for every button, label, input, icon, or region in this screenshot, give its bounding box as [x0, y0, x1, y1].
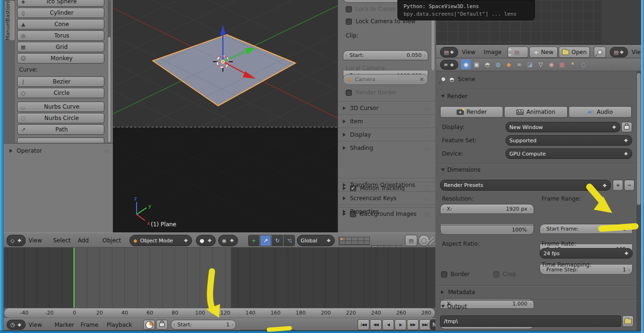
properties-tab[interactable]: ∞ — [515, 59, 524, 69]
image-menu[interactable]: Image — [484, 49, 502, 56]
manipulator-axis-button[interactable]: + — [248, 235, 259, 246]
menu-item[interactable]: Frame — [81, 322, 98, 328]
add-mesh-button[interactable]: ☺Monkey — [17, 53, 104, 64]
clip-start-field[interactable]: Start:0.050 — [343, 50, 428, 60]
start-frame-field[interactable]: Start Frame:1 — [540, 224, 633, 234]
second-editor-type-selector[interactable]: ▤ — [610, 47, 628, 57]
pivot-point-selector[interactable]: ◉ — [218, 235, 238, 246]
manipulator-translate-button[interactable]: ↗ — [260, 235, 271, 246]
image-datablock-selector[interactable]: ▤ — [507, 46, 528, 58]
playback-button[interactable]: ▶▶ — [407, 319, 419, 330]
render-presets-dropdown[interactable]: Render Presets — [440, 180, 611, 191]
image-view-menu[interactable]: View — [462, 49, 475, 56]
lock-frame-button[interactable] — [156, 320, 168, 330]
shelf-scrollbar-thumb[interactable] — [108, 37, 110, 142]
display-lock-button[interactable] — [621, 122, 632, 132]
camera-selector[interactable]: ▣ Camera ✕ — [343, 74, 428, 85]
timeline-start-field[interactable]: Start:1 — [171, 320, 236, 330]
fps-dropdown[interactable]: 24 fps — [540, 248, 633, 259]
playback-button[interactable]: |◀◀ — [358, 319, 369, 330]
manipulator-scale-button[interactable]: ◹ — [284, 235, 295, 246]
properties-tab[interactable]: ◌ — [579, 59, 589, 69]
shelf-scrollbar[interactable] — [108, 0, 111, 143]
header-corner-grip[interactable] — [429, 237, 434, 244]
lock-camera-checkbox[interactable] — [346, 18, 352, 25]
add-curve-button[interactable]: ↗Path — [17, 124, 104, 135]
render-audio-button[interactable]: ◀))Audio — [569, 106, 632, 118]
open-image-button[interactable]: Open — [559, 46, 590, 58]
output-path-field[interactable]: /tmp\ — [440, 315, 621, 327]
shelf-tab[interactable]: ManuelBastioni — [5, 0, 15, 41]
viewport-3d[interactable]: z y x (1) Plane — [113, 0, 338, 232]
properties-scrollbar-thumb[interactable] — [637, 73, 641, 205]
pin-image-button[interactable] — [594, 46, 606, 58]
border-checkbox[interactable] — [441, 271, 447, 278]
playback-button[interactable]: ▶ — [395, 319, 406, 330]
menu-item[interactable]: Marker — [55, 322, 74, 328]
device-dropdown[interactable]: GPU Compute — [506, 148, 632, 159]
properties-tab[interactable]: * — [568, 59, 578, 69]
render-button[interactable]: Render — [440, 106, 503, 118]
properties-tab[interactable]: ▽ — [536, 59, 546, 69]
n-panel-section-header[interactable]: Properties — [338, 204, 435, 218]
n-panel-section-header[interactable]: Shading — [338, 141, 435, 154]
timeline-editor-selector[interactable]: ◷ — [7, 320, 26, 330]
snap-target-button[interactable]: ◯ — [418, 235, 430, 246]
add-curve-button[interactable]: ʃBezier — [17, 76, 104, 87]
manipulator-rotate-button[interactable]: ↻ — [272, 235, 283, 246]
unlink-icon[interactable]: ✕ — [420, 76, 424, 83]
output-browse-button[interactable] — [622, 315, 634, 327]
properties-tab[interactable]: ◍ — [493, 59, 503, 69]
playback-button[interactable]: ◀ — [382, 319, 394, 330]
preset-add-button[interactable]: + — [613, 180, 623, 191]
playback-button[interactable]: ◀◀ — [370, 319, 382, 330]
editor-type-selector[interactable]: ◇ — [7, 235, 26, 246]
resolution-x-field[interactable]: X:1920 px — [440, 204, 534, 214]
preset-remove-button[interactable]: − — [624, 180, 635, 191]
lock-to-cursor-checkbox[interactable] — [346, 6, 352, 12]
border-row[interactable]: Border — [441, 271, 469, 278]
add-mesh-button[interactable]: ◈Ico Sphere — [17, 0, 104, 7]
properties-tab[interactable]: ▣ — [472, 59, 482, 69]
add-mesh-button[interactable]: ▲Cone — [17, 19, 104, 29]
properties-tab[interactable]: ◓ — [482, 59, 492, 69]
properties-tab[interactable]: ◆ — [504, 59, 514, 69]
render-border-checkbox[interactable] — [346, 90, 352, 96]
dimensions-panel-header[interactable]: Dimensions — [441, 166, 480, 173]
lock-to-cursor-row[interactable]: Lock to Cursor — [346, 6, 396, 12]
resolution-percent-button[interactable]: 100% — [440, 225, 534, 235]
display-dropdown[interactable]: New Window — [506, 122, 620, 132]
add-curve-button[interactable]: ◌Nurbs Circle — [17, 113, 104, 123]
properties-scrollbar[interactable] — [636, 71, 641, 333]
n-panel-section-header[interactable]: Transform Orientations — [338, 178, 435, 191]
no-sync-button[interactable]: No — [430, 319, 435, 330]
properties-tab[interactable]: ◉ — [461, 59, 471, 69]
pin-icon[interactable] — [441, 77, 446, 82]
menu-item[interactable]: View — [28, 237, 42, 244]
render-panel-header[interactable]: Render — [441, 93, 468, 100]
layers-widget-a[interactable] — [339, 237, 370, 245]
menu-item[interactable]: Select — [53, 237, 71, 244]
crop-checkbox[interactable] — [493, 271, 499, 278]
transform-orientation-selector[interactable]: Global — [297, 235, 335, 246]
menu-item[interactable]: Playback — [107, 322, 132, 328]
add-mesh-button[interactable]: ◎Torus — [17, 30, 104, 41]
menu-item[interactable]: Object — [102, 237, 121, 244]
output-panel-header[interactable]: Output — [441, 303, 467, 310]
mode-selector[interactable]: ◆Object Mode — [129, 235, 192, 246]
timeline-ruler[interactable]: -40-200204060801001201401601802002202402… — [4, 308, 435, 318]
n-panel-section-header[interactable]: Item — [338, 114, 435, 128]
timeline-region[interactable] — [4, 248, 435, 308]
new-image-button[interactable]: +New — [529, 46, 558, 58]
feature-set-dropdown[interactable]: Supported — [506, 135, 632, 146]
properties-tab[interactable]: ◪ — [525, 59, 535, 69]
n-panel-section-header[interactable]: 3D Cursor — [338, 101, 435, 114]
add-curve-button[interactable]: ◡Nurbs Curve — [17, 102, 104, 112]
properties-editor-selector[interactable]: ≡ — [440, 60, 458, 70]
add-mesh-button[interactable]: ▦Grid — [17, 42, 104, 52]
n-panel-section-header[interactable]: Screencast Keys — [338, 191, 435, 204]
metadata-panel-header[interactable]: Metadata — [441, 289, 475, 296]
operator-panel-header[interactable]: Operator — [17, 148, 42, 154]
render-border-row[interactable]: Render Border — [346, 89, 397, 96]
scene-lock-button[interactable]: ▤ — [405, 235, 417, 246]
